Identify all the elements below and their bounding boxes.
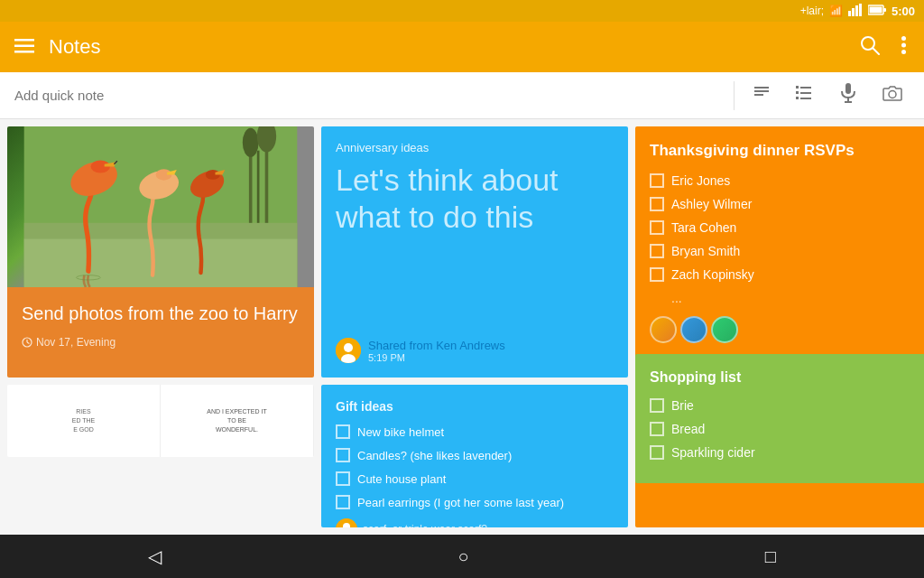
back-button[interactable]: ◁ xyxy=(119,538,190,574)
list-item: Zach Kopinsky xyxy=(650,267,919,282)
more-options-icon[interactable] xyxy=(898,33,910,62)
svg-rect-2 xyxy=(855,5,858,16)
list-ellipsis: ... xyxy=(671,291,919,305)
svg-rect-23 xyxy=(800,98,811,99)
avatars-row xyxy=(650,316,919,343)
svg-rect-24 xyxy=(845,83,851,94)
svg-rect-19 xyxy=(800,87,811,89)
gifts-category: Gift ideas xyxy=(336,399,614,414)
card-thanksgiving[interactable]: Thanksgiving dinner RSVPs Eric Jones Ash… xyxy=(635,126,924,527)
svg-point-27 xyxy=(889,91,896,98)
checkbox-4[interactable] xyxy=(650,244,664,258)
avatar-1 xyxy=(650,316,677,343)
bluetooth-icon: +lair; xyxy=(800,5,824,17)
card-gifts[interactable]: Gift ideas New bike helmet Candles? (she… xyxy=(321,385,628,527)
checkbox-s1[interactable] xyxy=(650,398,664,413)
checkbox-5[interactable] xyxy=(650,267,664,282)
svg-rect-15 xyxy=(754,87,769,89)
status-bar: +lair; 📶 5:00 xyxy=(0,0,924,22)
list-item: Brie xyxy=(650,398,919,413)
battery-icon xyxy=(868,5,886,18)
recent-button[interactable]: □ xyxy=(736,539,805,574)
checkbox-3[interactable] xyxy=(650,220,664,235)
svg-rect-9 xyxy=(14,51,34,53)
shared-info: Shared from Ken Andrews 5:19 PM xyxy=(336,338,614,363)
svg-line-11 xyxy=(873,48,879,54)
shopping-title: Shopping list xyxy=(650,368,919,387)
svg-point-12 xyxy=(901,36,906,41)
list-item: Bryan Smith xyxy=(650,244,919,258)
svg-rect-30 xyxy=(24,239,298,287)
flamingo-note-date: Nov 17, Evening xyxy=(22,336,300,349)
app-title: Notes xyxy=(49,35,842,59)
shared-from-text: Shared from Ken Andrews xyxy=(368,339,505,352)
shared-avatar xyxy=(336,338,361,363)
svg-point-34 xyxy=(243,128,259,157)
anniversary-category: Anniversary ideas xyxy=(336,141,614,154)
checkbox-2[interactable] xyxy=(650,197,664,211)
svg-point-13 xyxy=(901,42,906,47)
app-bar: Notes xyxy=(0,22,924,72)
svg-rect-6 xyxy=(869,6,882,13)
checkbox-s2[interactable] xyxy=(650,422,664,436)
svg-rect-8 xyxy=(14,44,34,47)
gift-avatar xyxy=(336,518,357,527)
list-item: Bread xyxy=(650,422,919,436)
avatar-2 xyxy=(680,316,707,343)
checkbox-g1[interactable] xyxy=(336,424,350,439)
svg-rect-18 xyxy=(796,86,799,89)
status-time: 5:00 xyxy=(892,5,915,18)
bluetooth-icon: 📶 xyxy=(829,5,843,17)
anniversary-main-text: Let's think about what to do this xyxy=(336,162,614,327)
svg-rect-21 xyxy=(800,92,811,94)
checkbox-g3[interactable] xyxy=(336,471,350,486)
svg-point-47 xyxy=(344,343,353,352)
quick-note-bar xyxy=(0,72,924,119)
comic-content: RIESED THEE GOD AND I EXPECTED ITTO BEWO… xyxy=(7,385,314,457)
checkbox-1[interactable] xyxy=(650,173,664,188)
checkbox-g2[interactable] xyxy=(336,448,350,462)
thanksgiving-title: Thanksgiving dinner RSVPs xyxy=(650,141,919,161)
list-item: Pearl earrings (I got her some last year… xyxy=(336,495,614,509)
svg-rect-0 xyxy=(848,11,851,16)
svg-rect-32 xyxy=(257,151,260,223)
signal-icon xyxy=(848,4,863,19)
svg-rect-1 xyxy=(852,8,855,16)
shared-text-block: Shared from Ken Andrews 5:19 PM xyxy=(368,339,505,363)
checkbox-s3[interactable] xyxy=(650,445,664,460)
list-item: Cute house plant xyxy=(336,471,614,486)
card-flamingo[interactable]: Send photos from the zoo to Harry Nov 17… xyxy=(7,126,314,378)
svg-rect-3 xyxy=(859,4,862,16)
avatar-3 xyxy=(711,316,738,343)
camera-icon[interactable] xyxy=(875,81,910,109)
bottom-nav: ◁ ○ □ xyxy=(0,535,924,578)
comic-panel-1: RIESED THEE GOD xyxy=(7,385,161,457)
gift-shared-info: scarf, or triple wear scarf? xyxy=(336,518,614,527)
list-item: Eric Jones xyxy=(650,173,919,188)
flamingo-note-text: Send photos from the zoo to Harry xyxy=(22,302,300,325)
list-item: Ashley Wilmer xyxy=(650,197,919,211)
svg-rect-16 xyxy=(754,90,769,92)
home-button[interactable]: ○ xyxy=(429,539,497,574)
card-shopping[interactable]: Shopping list Brie Bread Sparkling cider xyxy=(635,354,924,483)
list-icon[interactable] xyxy=(789,80,821,110)
flamingo-caption: Send photos from the zoo to Harry Nov 17… xyxy=(7,287,314,378)
hamburger-icon[interactable] xyxy=(14,37,34,58)
gift-scarf-text: scarf, or triple wear scarf? xyxy=(363,523,487,527)
list-item: Sparkling cider xyxy=(650,445,919,460)
card-anniversary[interactable]: Anniversary ideas Let's think about what… xyxy=(321,126,628,378)
notes-grid: Send photos from the zoo to Harry Nov 17… xyxy=(0,119,924,535)
svg-rect-7 xyxy=(14,39,34,42)
text-format-icon[interactable] xyxy=(745,80,778,110)
svg-rect-17 xyxy=(754,94,763,96)
list-item: Tara Cohen xyxy=(650,220,919,235)
search-icon[interactable] xyxy=(856,32,883,63)
quick-note-input[interactable] xyxy=(14,88,723,103)
list-item: New bike helmet xyxy=(336,424,614,439)
mic-icon[interactable] xyxy=(832,79,864,111)
comic-panel-2: AND I EXPECTED ITTO BEWONDERFUL. xyxy=(161,385,314,457)
card-comic[interactable]: RIESED THEE GOD AND I EXPECTED ITTO BEWO… xyxy=(7,385,314,457)
svg-point-14 xyxy=(901,50,906,54)
list-item: Candles? (she likes lavender) xyxy=(336,448,614,462)
checkbox-g4[interactable] xyxy=(336,495,350,509)
